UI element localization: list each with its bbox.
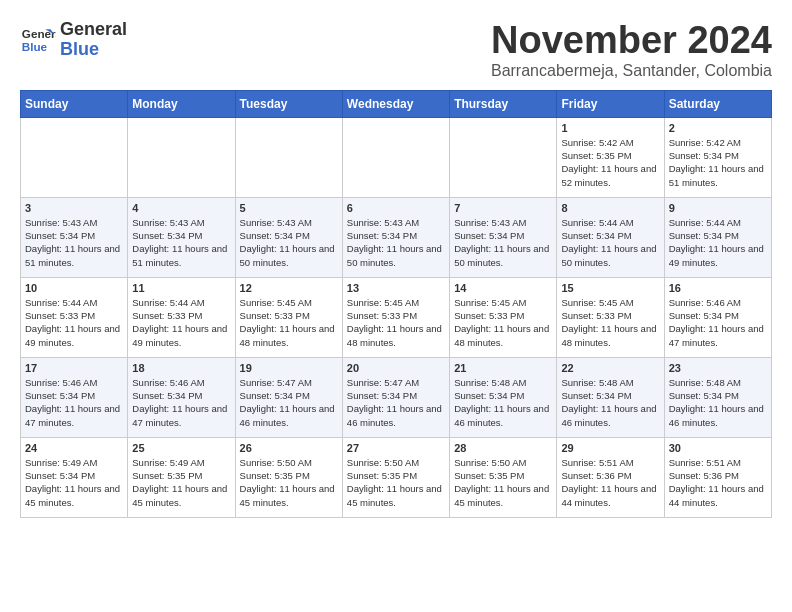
calendar-cell: 10Sunrise: 5:44 AM Sunset: 5:33 PM Dayli…: [21, 277, 128, 357]
calendar-cell: 28Sunrise: 5:50 AM Sunset: 5:35 PM Dayli…: [450, 437, 557, 517]
calendar-cell: 13Sunrise: 5:45 AM Sunset: 5:33 PM Dayli…: [342, 277, 449, 357]
header-row: Sunday Monday Tuesday Wednesday Thursday…: [21, 90, 772, 117]
day-info: Sunrise: 5:49 AM Sunset: 5:34 PM Dayligh…: [25, 456, 123, 509]
calendar-cell: 26Sunrise: 5:50 AM Sunset: 5:35 PM Dayli…: [235, 437, 342, 517]
day-number: 4: [132, 202, 230, 214]
logo-icon: General Blue: [20, 22, 56, 58]
day-number: 15: [561, 282, 659, 294]
day-number: 7: [454, 202, 552, 214]
calendar-cell: 9Sunrise: 5:44 AM Sunset: 5:34 PM Daylig…: [664, 197, 771, 277]
calendar-cell: [128, 117, 235, 197]
day-number: 1: [561, 122, 659, 134]
calendar-cell: 15Sunrise: 5:45 AM Sunset: 5:33 PM Dayli…: [557, 277, 664, 357]
day-number: 16: [669, 282, 767, 294]
logo-line2: Blue: [60, 40, 127, 60]
header-sunday: Sunday: [21, 90, 128, 117]
calendar-cell: 24Sunrise: 5:49 AM Sunset: 5:34 PM Dayli…: [21, 437, 128, 517]
day-number: 24: [25, 442, 123, 454]
day-number: 13: [347, 282, 445, 294]
header-monday: Monday: [128, 90, 235, 117]
day-number: 21: [454, 362, 552, 374]
calendar-table: Sunday Monday Tuesday Wednesday Thursday…: [20, 90, 772, 518]
day-info: Sunrise: 5:44 AM Sunset: 5:34 PM Dayligh…: [561, 216, 659, 269]
header-wednesday: Wednesday: [342, 90, 449, 117]
day-number: 11: [132, 282, 230, 294]
calendar-header: Sunday Monday Tuesday Wednesday Thursday…: [21, 90, 772, 117]
day-info: Sunrise: 5:47 AM Sunset: 5:34 PM Dayligh…: [240, 376, 338, 429]
day-info: Sunrise: 5:47 AM Sunset: 5:34 PM Dayligh…: [347, 376, 445, 429]
calendar-cell: 5Sunrise: 5:43 AM Sunset: 5:34 PM Daylig…: [235, 197, 342, 277]
day-info: Sunrise: 5:51 AM Sunset: 5:36 PM Dayligh…: [561, 456, 659, 509]
calendar-week-2: 3Sunrise: 5:43 AM Sunset: 5:34 PM Daylig…: [21, 197, 772, 277]
calendar-cell: [342, 117, 449, 197]
day-number: 22: [561, 362, 659, 374]
day-info: Sunrise: 5:48 AM Sunset: 5:34 PM Dayligh…: [454, 376, 552, 429]
header-tuesday: Tuesday: [235, 90, 342, 117]
calendar-cell: [235, 117, 342, 197]
month-title: November 2024: [491, 20, 772, 62]
calendar-cell: 6Sunrise: 5:43 AM Sunset: 5:34 PM Daylig…: [342, 197, 449, 277]
title-block: November 2024 Barrancabermeja, Santander…: [491, 20, 772, 80]
calendar-cell: 21Sunrise: 5:48 AM Sunset: 5:34 PM Dayli…: [450, 357, 557, 437]
header-saturday: Saturday: [664, 90, 771, 117]
day-info: Sunrise: 5:44 AM Sunset: 5:33 PM Dayligh…: [25, 296, 123, 349]
day-info: Sunrise: 5:45 AM Sunset: 5:33 PM Dayligh…: [240, 296, 338, 349]
day-info: Sunrise: 5:44 AM Sunset: 5:33 PM Dayligh…: [132, 296, 230, 349]
calendar-cell: 27Sunrise: 5:50 AM Sunset: 5:35 PM Dayli…: [342, 437, 449, 517]
calendar-cell: 7Sunrise: 5:43 AM Sunset: 5:34 PM Daylig…: [450, 197, 557, 277]
day-number: 29: [561, 442, 659, 454]
day-number: 25: [132, 442, 230, 454]
day-info: Sunrise: 5:45 AM Sunset: 5:33 PM Dayligh…: [347, 296, 445, 349]
calendar-body: 1Sunrise: 5:42 AM Sunset: 5:35 PM Daylig…: [21, 117, 772, 517]
day-info: Sunrise: 5:50 AM Sunset: 5:35 PM Dayligh…: [347, 456, 445, 509]
day-info: Sunrise: 5:46 AM Sunset: 5:34 PM Dayligh…: [132, 376, 230, 429]
day-info: Sunrise: 5:43 AM Sunset: 5:34 PM Dayligh…: [132, 216, 230, 269]
day-number: 2: [669, 122, 767, 134]
day-number: 10: [25, 282, 123, 294]
day-info: Sunrise: 5:43 AM Sunset: 5:34 PM Dayligh…: [25, 216, 123, 269]
logo-text: General Blue: [60, 20, 127, 60]
calendar-cell: 20Sunrise: 5:47 AM Sunset: 5:34 PM Dayli…: [342, 357, 449, 437]
calendar-cell: 8Sunrise: 5:44 AM Sunset: 5:34 PM Daylig…: [557, 197, 664, 277]
calendar-cell: [450, 117, 557, 197]
calendar-week-1: 1Sunrise: 5:42 AM Sunset: 5:35 PM Daylig…: [21, 117, 772, 197]
calendar-cell: 1Sunrise: 5:42 AM Sunset: 5:35 PM Daylig…: [557, 117, 664, 197]
day-number: 6: [347, 202, 445, 214]
day-info: Sunrise: 5:42 AM Sunset: 5:35 PM Dayligh…: [561, 136, 659, 189]
calendar-cell: 18Sunrise: 5:46 AM Sunset: 5:34 PM Dayli…: [128, 357, 235, 437]
day-number: 28: [454, 442, 552, 454]
calendar-cell: 16Sunrise: 5:46 AM Sunset: 5:34 PM Dayli…: [664, 277, 771, 357]
day-info: Sunrise: 5:43 AM Sunset: 5:34 PM Dayligh…: [347, 216, 445, 269]
day-number: 27: [347, 442, 445, 454]
location-subtitle: Barrancabermeja, Santander, Colombia: [491, 62, 772, 80]
day-info: Sunrise: 5:42 AM Sunset: 5:34 PM Dayligh…: [669, 136, 767, 189]
calendar-cell: 23Sunrise: 5:48 AM Sunset: 5:34 PM Dayli…: [664, 357, 771, 437]
day-info: Sunrise: 5:46 AM Sunset: 5:34 PM Dayligh…: [669, 296, 767, 349]
day-number: 9: [669, 202, 767, 214]
header-thursday: Thursday: [450, 90, 557, 117]
logo: General Blue General Blue: [20, 20, 127, 60]
day-number: 19: [240, 362, 338, 374]
calendar-cell: 25Sunrise: 5:49 AM Sunset: 5:35 PM Dayli…: [128, 437, 235, 517]
day-number: 26: [240, 442, 338, 454]
calendar-week-5: 24Sunrise: 5:49 AM Sunset: 5:34 PM Dayli…: [21, 437, 772, 517]
day-number: 3: [25, 202, 123, 214]
day-info: Sunrise: 5:48 AM Sunset: 5:34 PM Dayligh…: [669, 376, 767, 429]
day-info: Sunrise: 5:43 AM Sunset: 5:34 PM Dayligh…: [240, 216, 338, 269]
day-number: 17: [25, 362, 123, 374]
calendar-cell: 12Sunrise: 5:45 AM Sunset: 5:33 PM Dayli…: [235, 277, 342, 357]
calendar-cell: 3Sunrise: 5:43 AM Sunset: 5:34 PM Daylig…: [21, 197, 128, 277]
day-info: Sunrise: 5:50 AM Sunset: 5:35 PM Dayligh…: [240, 456, 338, 509]
day-number: 12: [240, 282, 338, 294]
day-info: Sunrise: 5:45 AM Sunset: 5:33 PM Dayligh…: [454, 296, 552, 349]
day-info: Sunrise: 5:45 AM Sunset: 5:33 PM Dayligh…: [561, 296, 659, 349]
day-number: 30: [669, 442, 767, 454]
day-number: 8: [561, 202, 659, 214]
calendar-cell: 14Sunrise: 5:45 AM Sunset: 5:33 PM Dayli…: [450, 277, 557, 357]
header-friday: Friday: [557, 90, 664, 117]
calendar-week-4: 17Sunrise: 5:46 AM Sunset: 5:34 PM Dayli…: [21, 357, 772, 437]
day-number: 5: [240, 202, 338, 214]
svg-text:General: General: [22, 27, 56, 40]
calendar-cell: 17Sunrise: 5:46 AM Sunset: 5:34 PM Dayli…: [21, 357, 128, 437]
calendar-cell: 30Sunrise: 5:51 AM Sunset: 5:36 PM Dayli…: [664, 437, 771, 517]
